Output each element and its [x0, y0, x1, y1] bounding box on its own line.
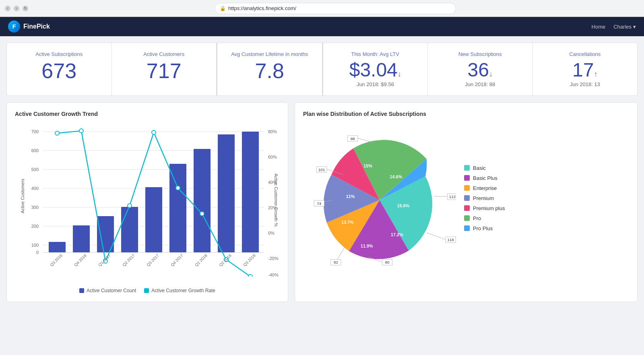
arrow-down-icon-2: ↓ [489, 70, 493, 78]
svg-text:92: 92 [334, 260, 339, 264]
forward-button[interactable]: › [14, 6, 19, 11]
stat-label-2: Avg Customer Lifetime in months [227, 51, 312, 57]
legend-sq-count [79, 288, 84, 293]
svg-text:Q1 2018: Q1 2018 [194, 253, 208, 267]
legend-color-basic [464, 165, 470, 171]
svg-text:Q2 2017: Q2 2017 [122, 253, 136, 267]
svg-text:112: 112 [449, 194, 456, 199]
svg-text:74: 74 [317, 201, 322, 206]
legend-color-pro [464, 215, 470, 221]
legend-premium: Premium [464, 195, 629, 201]
address-bar: 🔒 https://analytics.finepick.com/ [215, 3, 456, 14]
back-button[interactable]: ‹ [5, 6, 10, 11]
legend-label-rate: Active Customer Growth Rate [151, 288, 215, 293]
svg-rect-25 [49, 242, 66, 252]
stat-label-1: Active Customers [122, 51, 207, 57]
legend-label-basic: Basic [473, 165, 486, 171]
legend-color-premium-plus [464, 205, 470, 211]
svg-text:Active Customers: Active Customers [20, 178, 25, 213]
legend-label-premium-plus: Premium plus [473, 205, 505, 211]
legend-label-enterprise: Enterprise [473, 185, 497, 191]
stat-value-1: 717 [122, 60, 207, 81]
reload-button[interactable]: ↻ [23, 6, 28, 11]
pie-chart-svg: 16.6% 17.2% 11.9% 13.7% 11% 15% 14.6% 11… [303, 124, 456, 277]
stat-value-2: 7.8 [227, 60, 312, 81]
home-link[interactable]: Home [592, 24, 606, 30]
svg-point-39 [176, 186, 180, 190]
stat-label-5: Cancellations [543, 51, 628, 57]
arrow-down-icon: ↓ [398, 70, 401, 78]
svg-rect-30 [169, 164, 186, 252]
legend-color-pro-plus [464, 225, 470, 231]
svg-rect-26 [73, 225, 90, 252]
svg-text:17.2%: 17.2% [391, 232, 403, 237]
pie-chart-card: Plan wise Distribution of Active Subscri… [295, 102, 638, 302]
stat-value-0: 673 [17, 60, 102, 81]
legend-rate: Active Customer Growth Rate [144, 288, 215, 293]
svg-text:0: 0 [36, 250, 39, 255]
pie-container: 16.6% 17.2% 11.9% 13.7% 11% 15% 14.6% 11… [303, 124, 629, 277]
nav-right: Home Charles ▾ [592, 24, 636, 30]
legend-enterprise: Enterprise [464, 185, 629, 191]
legend-label-count: Active Customer Count [87, 288, 136, 293]
svg-text:101: 101 [318, 167, 325, 172]
nav-logo: F FinePick [8, 21, 50, 33]
svg-text:Active Customer Growth %: Active Customer Growth % [274, 173, 279, 227]
chevron-down-icon: ▾ [633, 24, 636, 30]
legend-color-enterprise [464, 185, 470, 191]
svg-point-38 [152, 130, 156, 134]
legend-pro: Pro [464, 215, 629, 221]
svg-rect-29 [145, 187, 162, 252]
stat-label-4: New Subscriptions [438, 51, 523, 57]
stat-value-4: 36↓ [438, 60, 523, 80]
svg-text:200: 200 [31, 224, 39, 229]
stat-active-customers: Active Customers 717 [112, 43, 218, 95]
bar-chart-card: Active Customer Growth Trend 700 600 500 [6, 102, 288, 302]
svg-point-35 [79, 129, 83, 133]
svg-rect-31 [194, 149, 211, 252]
svg-text:300: 300 [31, 205, 39, 210]
svg-point-34 [55, 131, 59, 135]
svg-text:116: 116 [447, 237, 454, 242]
legend-color-basic-plus [464, 175, 470, 181]
charts-row: Active Customer Growth Trend 700 600 500 [6, 102, 638, 302]
stat-avg-lifetime: Avg Customer Lifetime in months 7.8 [217, 43, 323, 95]
legend-pro-plus: Pro Plus [464, 225, 629, 231]
secure-icon: 🔒 [220, 6, 226, 11]
bar-chart-title: Active Customer Growth Trend [15, 111, 280, 117]
legend-basic: Basic [464, 165, 629, 171]
svg-text:700: 700 [31, 129, 39, 134]
stat-value-5: 17↑ [543, 60, 628, 80]
svg-text:0%: 0% [268, 231, 275, 235]
svg-text:Q3 2018: Q3 2018 [242, 253, 256, 267]
legend-label-pro: Pro [473, 215, 481, 221]
svg-text:Q2 2018: Q2 2018 [218, 253, 232, 267]
svg-rect-32 [218, 134, 235, 252]
svg-text:14.6%: 14.6% [390, 174, 402, 179]
svg-text:80: 80 [385, 260, 390, 264]
pie-legend: Basic Basic Plus Enterprise Premium [456, 165, 629, 235]
bar-chart-svg: 700 600 500 400 300 200 100 0 Active Cus… [15, 124, 280, 277]
svg-text:16.6%: 16.6% [397, 203, 409, 208]
svg-line-77 [358, 138, 375, 143]
legend-label-basic-plus: Basic Plus [473, 175, 497, 181]
stat-delta-5: Jun 2018: 13 [543, 81, 628, 87]
main-content: Active Subscriptions 673 Active Customer… [0, 36, 644, 355]
svg-text:98: 98 [351, 136, 355, 141]
stat-value-3: $3.04↓ [333, 60, 418, 80]
svg-line-62 [427, 233, 445, 239]
pie-svg-container: 16.6% 17.2% 11.9% 13.7% 11% 15% 14.6% 11… [303, 124, 456, 277]
svg-rect-28 [121, 207, 138, 252]
legend-basic-plus: Basic Plus [464, 175, 629, 181]
logo-icon: F [8, 21, 20, 33]
legend-label-premium: Premium [473, 195, 494, 201]
svg-point-40 [200, 212, 204, 216]
stat-delta-4: Jun 2018: 88 [438, 81, 523, 87]
legend-sq-rate [144, 288, 149, 293]
stat-cancellations: Cancellations 17↑ Jun 2018: 13 [533, 43, 638, 95]
svg-text:600: 600 [31, 148, 39, 153]
svg-text:Q3 2016: Q3 2016 [49, 253, 63, 267]
user-menu[interactable]: Charles ▾ [613, 24, 636, 30]
pie-chart-title: Plan wise Distribution of Active Subscri… [303, 111, 629, 117]
svg-text:Q4 2016: Q4 2016 [73, 253, 87, 267]
